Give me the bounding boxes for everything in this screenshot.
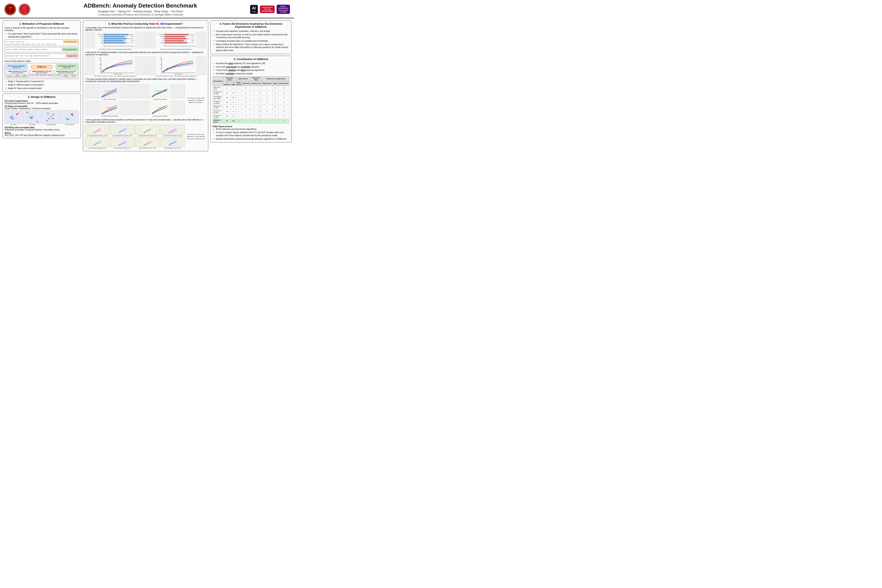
anom-clustered: (d) Clustered (d) Clustered anomalies [135, 101, 185, 117]
th-dl: DL [258, 81, 262, 86]
finding2-text: with merely 1% labeled anomalies, most s… [85, 51, 203, 56]
noisy-label8: (h) Annotation Errors, sup [160, 147, 185, 149]
page-title: ADBench: Anomaly Detection Benchmark [31, 3, 250, 9]
table-cell-6-6: ✗ [258, 114, 262, 118]
anom-dep-label: (c) Dependency anomalies [85, 116, 135, 117]
angle-2: Angle II: Different types of anomalies? [6, 83, 79, 86]
table-cell-6-0: Campos et al. [25] [213, 114, 223, 118]
th-algo: # algo [231, 81, 236, 86]
section4-bullet3: Leveraging anomaly types as valuable pri… [213, 39, 289, 42]
table-cell-2-3: ✓ [236, 95, 242, 100]
chart1-container: DeepSVDD DAGMM LODA LOF HBOS [85, 32, 145, 50]
section2-panel: 2. Design of ADBench (i) Level of superv… [3, 93, 81, 138]
th-types: Types [272, 81, 279, 86]
finding4: • semi-supervised methods show potential… [85, 118, 206, 150]
scatter-local-label: (a) Local [5, 124, 22, 125]
algo-box-unsupervised: COF · Forest · LODA · KNN · … 14 Unsuper… [5, 39, 79, 46]
section5-bullet4: Considers multiple comparison angles [213, 72, 289, 75]
svg-text:25: 25 [160, 68, 162, 69]
scatter-local-chart [5, 111, 22, 124]
table-cell-3-7: ✗ [261, 100, 272, 105]
table-cell-7-2: 30 [231, 118, 236, 123]
scatter-clustered-label: (d) Clustered [61, 124, 78, 125]
table-cell-3-8: ✗ [272, 100, 279, 105]
left-column: 1. Motivation of Proposed ADBench Given … [3, 20, 81, 151]
logos-left: 上海财经 大学 1917 CARNEGIE MELLON UNIVERSITY … [4, 3, 31, 15]
svg-text:100: 100 [160, 57, 162, 58]
svg-text:Labeled Anomalies: Labeled Anomalies [114, 74, 122, 75]
section1-angles: Angle I: Varying levels of supervision? … [5, 80, 79, 90]
anom-result-label: AUC-ROC results of AD algorithms on diff… [186, 97, 206, 104]
table-row: Campos et al. [25]238✓✗✓✗✓✗✗ [213, 114, 289, 118]
svg-point-25 [37, 121, 38, 122]
scatter-global-chart [23, 111, 41, 124]
noisy-label3: (c) Duplicated Anomalies, sup [135, 135, 160, 136]
svg-text:22.22: 22.22 [189, 34, 192, 35]
anom-charts: (a) Local anomalies (a) Local anomalies [85, 83, 185, 118]
table-cell-4-9: ✗ [279, 105, 289, 109]
svg-text:LODA: LODA [100, 38, 103, 39]
svg-rect-33 [63, 111, 76, 123]
svg-text:CBLOF: CBLOF [191, 34, 195, 35]
finding4-text: semi-supervised methods show potential i… [85, 118, 203, 123]
algo-box-semi: XGBOD · REPEN · GANomaly · DevNet · PReN… [5, 47, 79, 52]
noisy-label4: (d) Irrelevant Features, unsup [160, 135, 185, 136]
svg-text:SOD: SOD [130, 42, 133, 44]
table-cell-6-1: 23 [223, 114, 231, 118]
svg-text:CARNEGIE: CARNEGIE [22, 6, 27, 8]
svg-point-30 [52, 114, 54, 115]
table-cell-0-9: ✗ [279, 86, 289, 90]
noisy-chart5 [85, 137, 110, 147]
table-cell-1-0: Goldstein et al. [53] [213, 90, 223, 95]
anom-global-label: (b) Global anomalies [135, 99, 185, 100]
anom-types-label: AUC-ROC results of AD algorithms on diff… [186, 83, 206, 118]
chart3-caption: AUC-ROC results of 7 semi- and 9 fully-s… [85, 75, 145, 77]
section5-bullet1: Includes the most datasets (57) and algo… [213, 62, 289, 65]
svg-point-34 [66, 118, 67, 119]
table-cell-5-5: ✓ [250, 109, 258, 114]
table-cell-1-4: ✗ [242, 90, 250, 95]
anom-dep: (c) Dependency (c) Dependency anomalies [85, 101, 135, 117]
chart4: 0 25 50 75 100 Labeled Anomalies [146, 57, 206, 75]
table-cell-7-3: ✓ [236, 118, 242, 123]
svg-point-21 [32, 116, 33, 117]
svg-text:70.38: 70.38 [126, 42, 129, 44]
table-cell-1-8: ✗ [272, 90, 279, 95]
svg-point-5 [19, 4, 30, 15]
angle-1: Angle I: Varying levels of supervision? [6, 80, 79, 83]
finding3: • The best unsupervised methods for spec… [85, 78, 206, 118]
table-cell-0-1: 3 [223, 86, 231, 90]
unsupervised-label: 14 Unsupervised [63, 40, 78, 43]
noisy-label1: (a) Duplicated Anomalies, unsup [85, 135, 110, 136]
anom-global-chart: (b) Global anomalies [135, 84, 185, 98]
table-cell-3-4: ✗ [242, 100, 250, 105]
section3-panel: 3. What We Find by Conducting Total 98, … [83, 20, 208, 151]
table-row: Domingues et al. [38]1514✓✗✓✓✗✗✗ [213, 95, 289, 100]
table-cell-2-4: ✗ [242, 95, 250, 100]
th-compangle: Comparison Angle (§3.3) [261, 76, 289, 81]
scatter-dependency-chart [42, 111, 60, 124]
table-cell-6-4: ✗ [242, 114, 250, 118]
table-cell-2-2: 14 [231, 95, 236, 100]
os-bullet3: Quickly benchmark customized anomaly det… [213, 137, 289, 141]
chart2: DeepSVDD DAGMM COF LOF COPOD 22.22 27.07 [146, 32, 206, 48]
svg-text:HBOS: HBOS [100, 42, 104, 43]
svg-text:UNIVERSITY: UNIVERSITY [22, 10, 27, 10]
section1-title: 1. Motivation of Proposed ADBench [5, 22, 79, 26]
table-cell-7-7: ✓ [261, 118, 272, 123]
svg-rect-71 [165, 34, 189, 35]
th-shallow: Shallow [250, 81, 258, 86]
table-row: Siamese et al. [19]194✓✗✓✗✓✗✗ [213, 105, 289, 109]
table-row: Ruff et al. [150]39✓✗✓✓✓✗✗ [213, 86, 289, 90]
svg-text:大学: 大学 [9, 9, 11, 10]
table-cell-3-9: ✗ [279, 100, 289, 105]
scatter-local: (a) Local [5, 111, 22, 125]
scatter-global: (b) Global [23, 111, 41, 125]
table-cell-1-1: 10 [223, 90, 231, 95]
noisy-charts: (a) Duplicated Anomalies, unsup (b) Dup [85, 124, 185, 150]
table-cell-6-5: ✓ [250, 114, 258, 118]
noisy-section: (a) Duplicated Anomalies, unsup (b) Dup [85, 124, 206, 150]
header: 上海财经 大学 1917 CARNEGIE MELLON UNIVERSITY … [0, 0, 294, 18]
svg-point-24 [27, 112, 28, 113]
chart4-caption: AUC-PR results of 7 semi- and 9 fully-su… [146, 75, 206, 77]
